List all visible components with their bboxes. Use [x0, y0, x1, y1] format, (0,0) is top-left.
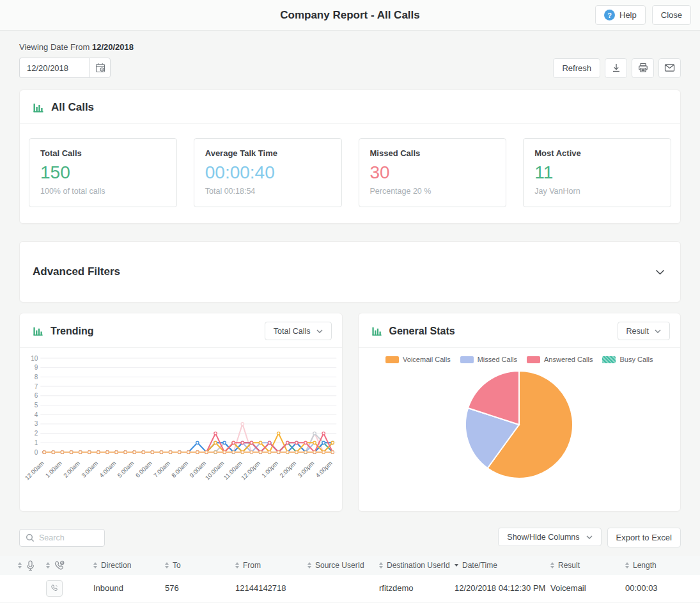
column-header-to[interactable]: To	[165, 556, 235, 575]
legend-swatch-icon	[602, 356, 616, 363]
calls-table-header: DirectionToFromSource UserIdDestination …	[0, 556, 700, 575]
column-header-source-userid[interactable]: Source UserId	[307, 556, 379, 575]
stat-card-missed-calls: Missed Calls 30 Percentage 20 %	[359, 138, 507, 207]
advanced-filters-section[interactable]: Advanced Filters	[19, 241, 681, 302]
sort-icon[interactable]	[165, 562, 169, 569]
advanced-filters-title: Advanced Filters	[33, 265, 120, 278]
sort-icon[interactable]	[93, 562, 97, 569]
date-picker-group	[19, 58, 111, 78]
close-button[interactable]: Close	[652, 5, 691, 25]
svg-text:9: 9	[35, 364, 38, 371]
bar-chart-icon	[33, 102, 45, 114]
svg-text:2: 2	[35, 430, 38, 437]
download-button[interactable]	[605, 58, 627, 78]
column-header-from[interactable]: From	[235, 556, 307, 575]
svg-text:6:00am: 6:00am	[134, 460, 153, 479]
show-hide-columns-dropdown[interactable]: Show/Hide Columns	[498, 528, 601, 546]
table-row[interactable]: Inbound85218306670075JGoodson85212/20/20…	[0, 602, 700, 605]
sort-icon[interactable]	[625, 562, 629, 569]
cell: 12144142718	[235, 575, 307, 602]
play-call-cell	[46, 575, 93, 602]
help-icon: ?	[604, 10, 615, 20]
date-input[interactable]	[19, 58, 89, 78]
svg-text:8: 8	[35, 373, 38, 381]
general-stats-pie-chart: Voicemail CallsMissed CallsAnswered Call…	[359, 348, 681, 511]
column-header-call[interactable]	[46, 556, 93, 575]
cell	[307, 575, 379, 602]
calendar-button[interactable]	[89, 58, 111, 78]
microphone-icon	[26, 560, 35, 571]
cell	[307, 602, 379, 605]
stat-card-average-talk-time: Average Talk Time 00:00:40 Total 00:18:5…	[194, 138, 342, 207]
sort-icon[interactable]	[455, 564, 458, 567]
help-button[interactable]: ? Help	[595, 5, 646, 25]
chevron-down-icon[interactable]	[655, 269, 665, 275]
table-row[interactable]: Inbound57612144142718rfitzdemo12/20/2018…	[0, 575, 700, 602]
svg-text:12:00pm: 12:00pm	[240, 460, 261, 482]
legend-swatch-icon	[460, 356, 474, 363]
refresh-button[interactable]: Refresh	[553, 58, 600, 78]
search-box[interactable]	[19, 529, 105, 547]
cell: Voicemail	[550, 575, 625, 602]
legend-item: Busy Calls	[602, 356, 653, 363]
cell: JGoodson852	[379, 602, 455, 605]
column-header-date-time[interactable]: Date/Time	[455, 556, 550, 575]
trending-title: Trending	[51, 326, 265, 337]
email-button[interactable]	[658, 58, 681, 78]
total-calls-value: 150	[40, 162, 166, 183]
chevron-down-icon	[586, 535, 593, 539]
svg-text:3:00pm: 3:00pm	[296, 460, 315, 479]
call-details-button[interactable]	[46, 580, 63, 597]
cell: 00:00:03	[625, 575, 700, 602]
viewing-date-value: 12/20/2018	[92, 42, 134, 52]
general-stats-metric-dropdown[interactable]: Result	[618, 322, 670, 340]
column-header-result[interactable]: Result	[550, 556, 625, 575]
report-toolbar: Refresh	[553, 58, 681, 78]
column-header-direction[interactable]: Direction	[93, 556, 165, 575]
sort-icon[interactable]	[550, 562, 554, 569]
export-to-excel-button[interactable]: Export to Excel	[607, 528, 681, 547]
search-icon	[26, 533, 35, 542]
calls-table: DirectionToFromSource UserIdDestination …	[0, 556, 700, 605]
viewing-date-caption: Viewing Date From 12/20/2018	[19, 42, 681, 52]
column-header-length[interactable]: Length	[625, 556, 700, 575]
svg-text:3:00am: 3:00am	[80, 460, 99, 479]
download-icon	[611, 63, 621, 73]
sort-icon[interactable]	[18, 562, 22, 569]
svg-text:3: 3	[35, 420, 38, 427]
print-icon	[638, 63, 648, 73]
svg-text:1:00pm: 1:00pm	[260, 460, 279, 479]
trending-metric-dropdown[interactable]: Total Calls	[265, 322, 332, 340]
column-header-destination-userid[interactable]: Destination UserId	[379, 556, 455, 575]
print-button[interactable]	[632, 58, 654, 78]
legend-item: Voicemail Calls	[385, 356, 451, 363]
legend-item: Answered Calls	[527, 356, 593, 363]
call-icon	[54, 560, 65, 571]
average-talk-time-value: 00:00:40	[205, 162, 331, 183]
column-header-microphone[interactable]	[0, 556, 46, 575]
svg-text:10:00am: 10:00am	[204, 460, 226, 482]
sort-icon[interactable]	[307, 562, 311, 569]
svg-text:1: 1	[35, 439, 38, 446]
most-active-value: 11	[534, 162, 660, 183]
missed-calls-value: 30	[370, 162, 495, 183]
titlebar-actions: ? Help Close	[595, 5, 691, 25]
phone-icon	[51, 584, 59, 592]
all-calls-section: All Calls Total Calls 150 100% of total …	[19, 90, 681, 224]
sort-icon[interactable]	[46, 562, 50, 569]
calendar-icon	[95, 63, 105, 73]
legend-item: Missed Calls	[460, 356, 517, 363]
pie-legend: Voicemail CallsMissed CallsAnswered Call…	[359, 356, 681, 363]
trending-line-chart: 01234567891012:00am1:00am2:00am3:00am4:0…	[20, 348, 342, 511]
search-input[interactable]	[39, 533, 98, 542]
trending-section: Trending Total Calls 01234567891012:00am…	[19, 313, 343, 512]
svg-text:4:00pm: 4:00pm	[314, 460, 333, 479]
cell: 12/20/2018 04:11:15 PM	[455, 602, 550, 605]
cell: 00:00:26	[625, 602, 700, 605]
sort-icon[interactable]	[235, 562, 239, 569]
legend-swatch-icon	[527, 356, 540, 363]
svg-text:1:00am: 1:00am	[44, 460, 63, 479]
play-call-cell	[46, 602, 93, 605]
sort-icon[interactable]	[379, 562, 383, 569]
cell: Inbound	[93, 575, 165, 602]
